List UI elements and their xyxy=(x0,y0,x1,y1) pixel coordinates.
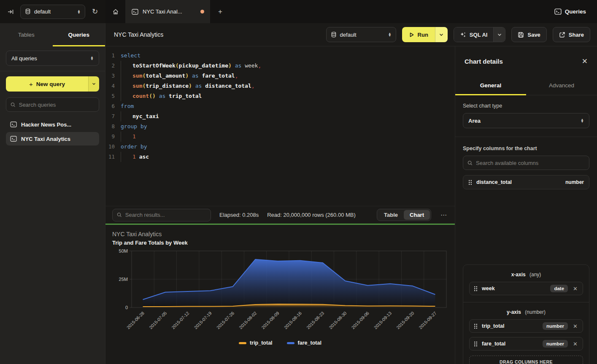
svg-text:2015-08-16: 2015-08-16 xyxy=(283,310,303,330)
available-column-row[interactable]: distance_totalnumber xyxy=(463,175,589,189)
panel-header: Chart details ✕ xyxy=(455,46,597,76)
query-icon xyxy=(10,121,17,127)
elapsed-stat: Elapsed: 0.208s xyxy=(219,212,259,218)
chart-subtitle: Trip and Fare Totals by Week xyxy=(112,240,448,246)
sql-ai-label: SQL AI xyxy=(470,32,488,38)
drop-zone[interactable]: DRAG COLUMNS HERE xyxy=(469,356,583,364)
new-query-options-button[interactable] xyxy=(88,76,99,92)
axis-column-row[interactable]: fare_totalnumber✕ xyxy=(469,337,583,351)
database-icon xyxy=(25,8,31,15)
new-tab-button[interactable]: + xyxy=(210,0,230,23)
svg-text:2015-09-13: 2015-09-13 xyxy=(373,310,393,330)
type-badge: date xyxy=(550,285,568,292)
view-tab-table[interactable]: Table xyxy=(378,210,404,220)
y-axis-label: y-axis xyxy=(507,309,521,315)
search-queries-input[interactable] xyxy=(19,102,95,108)
x-axis-label: x-axis xyxy=(511,272,526,278)
sql-ai-button[interactable]: SQL AI xyxy=(454,27,494,42)
new-query-button[interactable]: + New query xyxy=(6,76,88,92)
save-label: Save xyxy=(527,32,540,38)
search-columns-input[interactable] xyxy=(476,160,585,166)
svg-text:2015-07-26: 2015-07-26 xyxy=(216,310,235,330)
share-button[interactable]: Share xyxy=(553,27,590,42)
run-button[interactable]: Run xyxy=(402,27,435,42)
query-list-item[interactable]: NYC Taxi Analytics xyxy=(6,132,99,146)
run-options-button[interactable] xyxy=(435,27,448,42)
svg-text:2015-08-30: 2015-08-30 xyxy=(328,310,348,330)
queries-label: Queries xyxy=(565,8,586,15)
svg-text:2015-09-27: 2015-09-27 xyxy=(418,310,438,330)
sidebar-tab-queries[interactable]: Queries xyxy=(53,23,105,46)
y-axis-items: trip_totalnumber✕fare_totalnumber✕ xyxy=(469,319,583,351)
query-filter-select[interactable]: All queries ▲▼ xyxy=(6,51,99,66)
panel-body: Select chart type Area ▲▼ Specify column… xyxy=(455,95,597,364)
legend-swatch xyxy=(287,342,294,344)
close-icon[interactable]: ✕ xyxy=(582,57,588,66)
results-toolbar: Elapsed: 0.208s Read: 20,000,000 rows (2… xyxy=(105,206,455,224)
read-stat: Read: 20,000,000 rows (260.00 MB) xyxy=(267,212,356,218)
chart-type-select[interactable]: Area ▲▼ xyxy=(463,113,589,128)
panel-tab-general[interactable]: General xyxy=(455,76,526,95)
query-list-item[interactable]: Hacker News Pos... xyxy=(6,118,99,131)
database-selector-value: default xyxy=(34,8,74,15)
drag-handle-icon xyxy=(474,341,478,347)
top-bar: default ▲▼ ↻ NYC Taxi Anal... + Queries xyxy=(0,0,597,23)
chart-area: NYC Taxi Analytics Trip and Fare Totals … xyxy=(105,225,455,364)
home-tab[interactable] xyxy=(105,0,126,23)
available-columns-list: distance_totalnumber xyxy=(463,175,589,189)
chart-legend: trip_totalfare_total xyxy=(112,340,448,346)
tab-nyc-taxi-analytics[interactable]: NYC Taxi Anal... xyxy=(126,0,210,23)
panel-tabs: GeneralAdvanced xyxy=(455,76,597,95)
sql-ai-options-button[interactable] xyxy=(493,27,505,42)
line-number: 11 xyxy=(105,152,121,162)
chevron-updown-icon: ▲▼ xyxy=(77,10,81,14)
plus-icon: + xyxy=(29,81,33,88)
refresh-icon[interactable]: ↻ xyxy=(89,6,100,17)
query-title: NYC Taxi Analytics xyxy=(114,31,320,38)
chevron-down-icon xyxy=(497,33,502,36)
tab-title: NYC Taxi Anal... xyxy=(143,8,196,15)
legend-item-trip_total[interactable]: trip_total xyxy=(239,340,272,346)
svg-text:2015-07-05: 2015-07-05 xyxy=(148,310,168,330)
svg-text:2015-09-06: 2015-09-06 xyxy=(350,310,370,330)
sidebar-divider xyxy=(0,71,105,71)
ellipsis-icon[interactable]: ⋯ xyxy=(440,211,448,219)
query-icon xyxy=(132,9,138,15)
axes-box: x-axis (any) weekdate✕ y-axis (number) t… xyxy=(463,264,589,364)
chart-type-label: Select chart type xyxy=(463,103,589,109)
chart-title: NYC Taxi Analytics xyxy=(112,231,448,237)
toolbar-database-value: default xyxy=(340,32,385,38)
queries-button[interactable]: Queries xyxy=(543,0,597,23)
line-number: 4 xyxy=(105,81,121,91)
chart-type-value: Area xyxy=(468,118,581,124)
database-selector[interactable]: default ▲▼ xyxy=(20,5,85,19)
view-tab-chart[interactable]: Chart xyxy=(404,210,430,220)
svg-text:2015-08-23: 2015-08-23 xyxy=(305,310,325,330)
remove-column-icon[interactable]: ✕ xyxy=(572,286,578,292)
axis-column-row[interactable]: trip_totalnumber✕ xyxy=(469,319,583,333)
axis-column-row[interactable]: weekdate✕ xyxy=(469,282,583,295)
x-axis-hint: (any) xyxy=(529,272,541,278)
chevron-updown-icon: ▲▼ xyxy=(388,32,392,37)
toolbar-database-selector[interactable]: default ▲▼ xyxy=(326,27,396,42)
legend-item-fare_total[interactable]: fare_total xyxy=(287,340,321,346)
line-number: 3 xyxy=(105,71,121,81)
remove-column-icon[interactable]: ✕ xyxy=(572,341,578,347)
chevron-down-icon xyxy=(92,83,96,85)
line-number: 10 xyxy=(105,142,121,152)
x-axis-section: x-axis (any) weekdate✕ xyxy=(463,265,589,302)
panel-tab-advanced[interactable]: Advanced xyxy=(526,76,597,95)
save-button[interactable]: Save xyxy=(511,27,546,42)
svg-text:0: 0 xyxy=(125,305,128,310)
collapse-sidebar-icon[interactable] xyxy=(5,6,16,17)
svg-text:2015-07-19: 2015-07-19 xyxy=(193,310,213,330)
remove-column-icon[interactable]: ✕ xyxy=(572,323,578,329)
search-columns-box xyxy=(463,156,589,170)
sql-editor[interactable]: 1select2toStartOfWeek(pickup_datetime) a… xyxy=(105,46,455,206)
drag-handle-icon xyxy=(468,180,472,185)
search-results-input[interactable] xyxy=(125,212,206,218)
search-queries-box xyxy=(6,97,99,112)
sidebar-tab-tables[interactable]: Tables xyxy=(0,23,53,46)
sidebar-tabs: TablesQueries xyxy=(0,23,105,46)
chart-details-panel: Chart details ✕ GeneralAdvanced Select c… xyxy=(455,46,597,364)
